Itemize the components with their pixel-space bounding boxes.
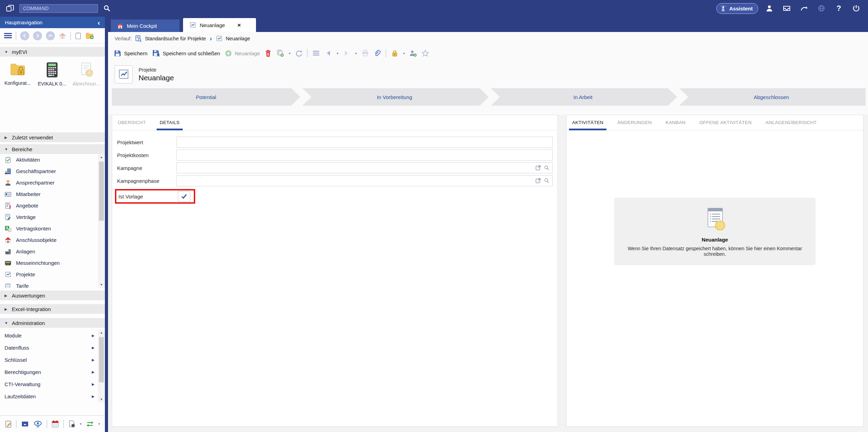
stage-in-arbeit[interactable]: In Arbeit [489, 88, 677, 106]
sidebar-collapse-icon[interactable]: ‹ [98, 19, 100, 26]
nav-back-button[interactable] [20, 31, 29, 40]
tab-aenderungen[interactable]: ÄNDERUNGEN [617, 115, 652, 130]
globe-button[interactable] [815, 3, 828, 14]
kampagne-input[interactable] [180, 163, 532, 173]
lookup-search-icon[interactable] [544, 178, 549, 184]
nav-forward-button[interactable] [33, 31, 42, 40]
document-settings-icon[interactable] [68, 420, 76, 428]
favorite-button[interactable] [421, 49, 429, 57]
tab-uebersicht[interactable]: ÜBERSICHT [118, 115, 146, 130]
caret-down-icon[interactable]: ▾ [289, 51, 290, 55]
next-record-button[interactable] [343, 49, 350, 57]
admin-item-cti-verwaltung[interactable]: CTI-Verwaltung ▶ [0, 378, 105, 390]
assistent-button[interactable]: Assistent [716, 3, 758, 14]
redo-button[interactable] [798, 3, 810, 14]
section-administration[interactable]: ▼ Administration [0, 318, 105, 328]
inbox-button[interactable] [780, 3, 793, 14]
sidebar-item-vertragskonten[interactable]: $ Vertragskonten [0, 223, 105, 234]
admin-item-module[interactable]: Module ▶ [0, 329, 105, 342]
open-record-icon[interactable] [535, 165, 541, 171]
caret-down-icon[interactable]: ▾ [403, 51, 405, 55]
close-icon[interactable]: × [238, 22, 241, 28]
search-icon[interactable] [103, 4, 111, 13]
home-icon[interactable] [59, 32, 66, 39]
save-button[interactable]: Speichern [114, 50, 148, 57]
scroll-up-icon[interactable]: ▴ [98, 154, 105, 160]
open-record-icon[interactable] [535, 178, 541, 184]
breadcrumb-item[interactable]: Standardsuche für Projekte [145, 36, 206, 41]
scroll-down-icon[interactable]: ▾ [98, 282, 105, 288]
breadcrumb-item[interactable]: Neuanlage [226, 36, 250, 41]
sidebar-item-aktivitaeten[interactable]: Aktivitäten [0, 154, 105, 165]
stage-abgeschlossen[interactable]: Abgeschlossen [677, 88, 866, 106]
tab-kanban[interactable]: KANBAN [666, 115, 685, 130]
logout-button[interactable] [850, 3, 862, 14]
refresh-button[interactable] [295, 49, 303, 57]
bereiche-scrollbar[interactable]: ▴ ▾ [98, 154, 105, 288]
copy-record-button[interactable] [276, 49, 284, 57]
caret-down-icon[interactable]: ▾ [337, 51, 338, 55]
caret-down-icon[interactable]: ▾ [80, 422, 82, 426]
projektwert-input[interactable] [180, 137, 549, 147]
list-view-button[interactable] [312, 49, 320, 57]
menu-icon[interactable] [4, 33, 12, 38]
watch-star-icon[interactable] [33, 420, 42, 428]
caret-down-icon[interactable]: ▾ [98, 422, 100, 426]
shortcut-abrechnung[interactable]: Abrechnun... [69, 62, 103, 127]
nav-up-button[interactable] [46, 31, 55, 40]
section-auswertungen[interactable]: ▶ Auswertungen [0, 291, 105, 300]
delete-button[interactable] [264, 49, 272, 57]
new-folder-icon[interactable] [85, 32, 94, 40]
caret-down-icon[interactable]: ▾ [355, 51, 357, 55]
clipboard-icon[interactable] [75, 32, 82, 40]
sidebar-item-angebote[interactable]: Angebote [0, 200, 105, 211]
sidebar-item-vertraege[interactable]: Verträge [0, 211, 105, 223]
calendar-icon[interactable] [51, 420, 59, 428]
sync-icon[interactable] [86, 421, 94, 427]
shortcut-konfiguration[interactable]: Konfigurat... [1, 62, 34, 127]
new-record-button[interactable]: Neuanlage [225, 50, 260, 57]
lookup-search-icon[interactable] [544, 165, 549, 171]
tab-anlagenuebersicht[interactable]: ANLAGENÜBERSICHT [766, 115, 817, 130]
tab-mein-cockpit[interactable]: Mein Cockpit [111, 19, 180, 32]
command-input[interactable] [19, 4, 98, 13]
inbox-icon[interactable] [21, 421, 29, 427]
admin-item-datenfluss[interactable]: Datenfluss ▶ [0, 342, 105, 354]
admin-item-schluessel[interactable]: Schlüssel ▶ [0, 354, 105, 366]
attachment-button[interactable] [373, 49, 381, 57]
admin-item-laufzeitdaten[interactable]: Laufzeitdaten ▶ [0, 390, 105, 402]
assign-user-button[interactable] [409, 49, 417, 57]
clipboard-edit-icon[interactable] [5, 420, 12, 428]
sidebar-item-messeinrichtungen[interactable]: Messeinrichtungen [0, 257, 105, 269]
ist-vorlage-checkbox[interactable] [178, 191, 190, 202]
sidebar-item-mitarbeiter[interactable]: Mitarbeiter [0, 188, 105, 200]
section-myevi[interactable]: ▼ myEVI [0, 47, 105, 57]
kampagnenphase-input[interactable] [180, 176, 532, 186]
section-excel-integration[interactable]: ▶ Excel-Integration [0, 304, 105, 314]
user-button[interactable] [763, 3, 776, 14]
scroll-down-icon[interactable]: ▾ [98, 396, 105, 402]
sidebar-item-anschlussobjekte[interactable]: Anschlussobjekte [0, 234, 105, 246]
section-zuletzt-verwendet[interactable]: ▶ Zuletzt verwendet [0, 132, 105, 142]
shortcut-evikalk[interactable]: EVIKALK 0... [35, 62, 69, 127]
scrollbar-thumb[interactable] [99, 337, 104, 382]
admin-scrollbar[interactable]: ▴ ▾ [98, 329, 105, 402]
help-button[interactable]: ? [833, 3, 845, 14]
sidebar-item-geschaeftspartner[interactable]: Geschäftspartner [0, 165, 105, 177]
previous-record-button[interactable] [324, 49, 332, 57]
sidebar-item-tarife[interactable]: Tarife [0, 280, 105, 288]
stage-potential[interactable]: Potential [112, 88, 300, 106]
sidebar-item-projekte[interactable]: Projekte [0, 269, 105, 280]
stage-in-vorbereitung[interactable]: In Vorbereitung [300, 88, 489, 106]
lock-button[interactable] [391, 49, 398, 57]
print-button[interactable] [361, 49, 369, 57]
scroll-up-icon[interactable]: ▴ [98, 329, 105, 336]
tab-neuanlage[interactable]: Neuanlage × [183, 18, 256, 32]
admin-item-berechtigungen[interactable]: Berechtigungen ▶ [0, 366, 105, 378]
tab-aktivitaeten[interactable]: AKTIVITÄTEN [572, 115, 603, 130]
sidebar-item-ansprechpartner[interactable]: Ansprechpartner [0, 177, 105, 188]
projektkosten-input[interactable] [180, 150, 549, 160]
section-bereiche[interactable]: ▼ Bereiche [0, 144, 105, 154]
save-and-close-button[interactable]: Speichern und schließen [152, 49, 220, 57]
tab-offene-aktivitaeten[interactable]: OFFENE AKTIVITÄTEN [700, 115, 752, 130]
